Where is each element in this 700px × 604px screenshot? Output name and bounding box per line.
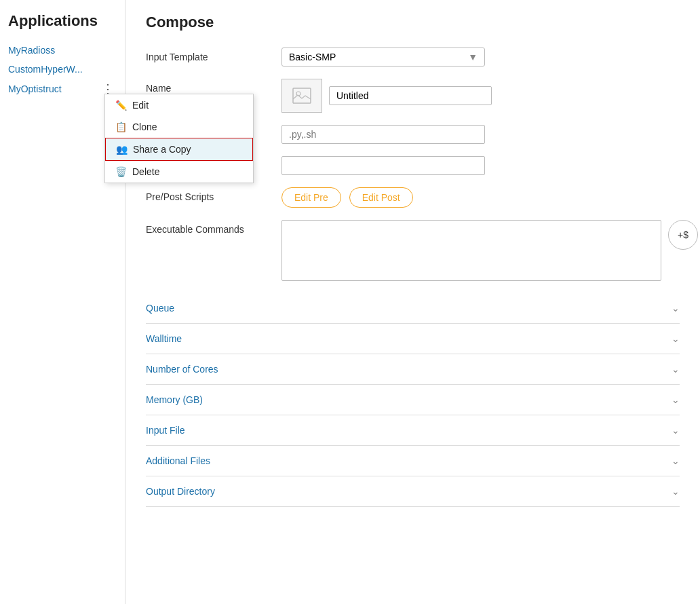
queue-section[interactable]: Queue ⌄ (146, 293, 680, 324)
name-control (281, 79, 680, 113)
input-template-value: Basic-SMP (289, 52, 336, 62)
name-input[interactable] (329, 86, 492, 105)
additional-files-label: Additional Files (146, 455, 210, 466)
input-file-label: Input File (146, 425, 185, 436)
output-file-types-control (281, 156, 680, 175)
walltime-arrow-icon: ⌄ (672, 333, 680, 344)
executable-commands-textarea[interactable] (281, 220, 661, 281)
context-menu-delete-label: Delete (132, 166, 159, 177)
input-file-arrow-icon: ⌄ (672, 425, 680, 436)
main-content: Compose Input Template Basic-SMP ▼ Name (125, 0, 700, 604)
input-file-section[interactable]: Input File ⌄ (146, 415, 680, 446)
additional-files-section[interactable]: Additional Files ⌄ (146, 446, 680, 476)
input-template-label: Input Template (146, 48, 281, 62)
share-icon: 👥 (115, 144, 128, 155)
context-menu-clone[interactable]: 📋 Clone (105, 116, 253, 138)
walltime-label: Walltime (146, 333, 182, 344)
output-directory-section[interactable]: Output Directory ⌄ (146, 476, 680, 507)
sidebar-item-myradioss[interactable]: MyRadioss (0, 41, 125, 60)
dropdown-arrow-icon: ▼ (468, 52, 478, 62)
image-placeholder (281, 79, 322, 113)
executable-commands-label: Executable Commands (146, 220, 281, 235)
context-menu-edit[interactable]: ✏️ Edit (105, 94, 253, 116)
edit-post-button[interactable]: Edit Post (349, 187, 413, 208)
edit-pre-button[interactable]: Edit Pre (281, 187, 341, 208)
walltime-section[interactable]: Walltime ⌄ (146, 324, 680, 354)
sidebar-item-customhyperw[interactable]: CustomHyperW... (0, 60, 125, 79)
executable-commands-row: Executable Commands +$ (146, 220, 680, 281)
dollar-button[interactable]: +$ (668, 220, 698, 250)
input-template-dropdown[interactable]: Basic-SMP ▼ (281, 48, 485, 67)
additional-files-arrow-icon: ⌄ (672, 455, 680, 466)
num-cores-label: Number of Cores (146, 364, 218, 375)
pre-post-scripts-row: Pre/Post Scripts Edit Pre Edit Post (146, 187, 680, 208)
memory-label: Memory (GB) (146, 394, 203, 405)
pre-post-scripts-label: Pre/Post Scripts (146, 187, 281, 202)
pre-post-scripts-control: Edit Pre Edit Post (281, 187, 680, 208)
output-file-types-input[interactable] (281, 156, 485, 175)
context-menu-delete[interactable]: 🗑️ Delete (105, 161, 253, 183)
context-menu-clone-label: Clone (132, 121, 157, 132)
executable-commands-control: +$ (281, 220, 698, 281)
memory-section[interactable]: Memory (GB) ⌄ (146, 385, 680, 415)
output-directory-arrow-icon: ⌄ (672, 486, 680, 497)
sidebar: Applications MyRadioss CustomHyperW... M… (0, 0, 125, 604)
queue-label: Queue (146, 303, 174, 314)
collapsible-sections: Queue ⌄ Walltime ⌄ Number of Cores ⌄ Mem… (146, 293, 680, 507)
context-menu-edit-label: Edit (132, 100, 149, 111)
name-label: Name (146, 79, 281, 94)
clone-icon: 📋 (115, 121, 127, 132)
num-cores-section[interactable]: Number of Cores ⌄ (146, 354, 680, 385)
page-title: Compose (146, 14, 680, 31)
input-template-control: Basic-SMP ▼ (281, 48, 680, 67)
delete-icon: 🗑️ (115, 166, 127, 177)
sidebar-item-label: MyOptistruct (8, 83, 62, 94)
extensions-control (281, 125, 680, 144)
sidebar-item-label: CustomHyperW... (8, 64, 83, 75)
memory-arrow-icon: ⌄ (672, 394, 680, 405)
context-menu-share-label: Share a Copy (133, 144, 191, 155)
num-cores-arrow-icon: ⌄ (672, 364, 680, 375)
context-menu: ✏️ Edit 📋 Clone 👥 Share a Copy 🗑️ Delete (104, 94, 254, 183)
queue-arrow-icon: ⌄ (672, 303, 680, 314)
extensions-input[interactable] (281, 125, 485, 144)
input-template-row: Input Template Basic-SMP ▼ (146, 48, 680, 67)
svg-rect-0 (293, 88, 311, 103)
output-directory-label: Output Directory (146, 486, 215, 497)
sidebar-item-label: MyRadioss (8, 45, 55, 56)
edit-icon: ✏️ (115, 100, 127, 111)
app-title: Applications (0, 7, 125, 41)
context-menu-share[interactable]: 👥 Share a Copy (105, 138, 253, 161)
